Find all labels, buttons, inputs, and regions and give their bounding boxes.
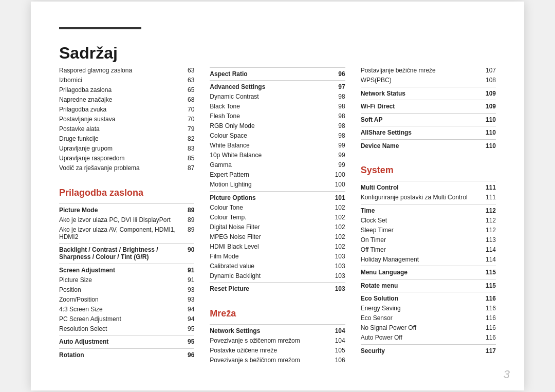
toc-page-num: 98 (330, 113, 345, 120)
toc-page-num: 96 (179, 351, 194, 359)
toc-page-num: 65 (179, 86, 194, 94)
toc-page-num: 102 (330, 233, 345, 240)
toc-label: RGB Only Mode (210, 122, 329, 129)
toc-label: HDMI Black Level (210, 243, 329, 250)
toc-entry: Screen Adjustment91 (59, 264, 194, 275)
toc-label: Rotate menu (361, 282, 480, 289)
toc-page-num: 103 (330, 263, 345, 270)
toc-page-num: 115 (480, 282, 496, 289)
toc-label: Network Status (361, 90, 480, 97)
toc-entry: Network Settings104 (210, 324, 345, 336)
toc-label: Picture Options (210, 194, 329, 201)
toc-page-num: 68 (179, 96, 194, 103)
toc-page-num: 104 (330, 337, 345, 344)
toc-page-num: 111 (480, 194, 496, 201)
toc-page-num: 115 (480, 269, 496, 276)
toc-entry: Black Tone98 (210, 102, 345, 111)
toc-label: Postavljanje bežične mreže (361, 67, 480, 74)
toc-label: Black Tone (210, 103, 329, 110)
toc-entry: Wi-Fi Direct109 (361, 100, 496, 111)
toc-page-num: 112 (480, 207, 496, 214)
toc-label: Eco Solution (361, 295, 480, 302)
toc-entry: Position93 (59, 285, 194, 294)
toc-entry: Expert Pattern100 (210, 170, 345, 180)
page-number: 3 (504, 368, 510, 381)
toc-label: Off Timer (361, 246, 480, 253)
toc-page-num: 95 (179, 325, 194, 332)
toc-page-num: 94 (179, 306, 194, 313)
toc-entry: Eco Solution116 (361, 292, 496, 304)
toc-entry: Colour Tone102 (210, 202, 345, 212)
toc-entry: On Timer113 (361, 235, 496, 245)
toc-page-num: 70 (179, 116, 194, 123)
toc-label: Digital Noise Filter (210, 223, 329, 231)
col3-top-entries: Postavljanje bežične mreže107WPS(PBC)108… (361, 66, 496, 151)
toc-page-num: 99 (330, 142, 345, 149)
toc-page-num: 93 (179, 296, 194, 303)
toc-page-num: 103 (330, 285, 345, 292)
toc-entry: Rotate menu115 (361, 279, 496, 291)
toc-label: Upravljanje grupom (59, 145, 179, 152)
toc-label: Time (361, 207, 480, 214)
toc-page-num: 116 (480, 305, 496, 312)
toc-entry: Off Timer114 (361, 245, 496, 254)
toc-entry: Ako je izvor ulaza PC, DVI ili DisplayPo… (59, 215, 194, 225)
toc-label: Postavke alata (59, 125, 179, 133)
toc-label: Device Name (361, 142, 480, 150)
toc-label: Network Settings (210, 327, 329, 334)
toc-page-num: 98 (330, 93, 345, 100)
toc-page-num: 107 (480, 67, 496, 74)
toc-entry: MPEG Noise Filter102 (210, 232, 345, 241)
toc-label: Konfiguriranje postavki za Multi Control (361, 194, 480, 201)
toc-label: Calibrated value (210, 263, 329, 270)
toc-page-num: 100 (330, 171, 345, 178)
col3-section-entries: Multi Control111Konfiguriranje postavki … (361, 181, 496, 356)
toc-entry: Eco Sensor116 (361, 313, 496, 323)
toc-label: Auto Adjustment (59, 338, 179, 345)
toc-label: Wi-Fi Direct (361, 103, 480, 110)
col2-section-entries: Network Settings104Povezivanje s ožičeno… (210, 324, 345, 365)
toc-label: Colour Space (210, 132, 329, 139)
toc-label: WPS(PBC) (361, 77, 480, 84)
toc-label: Menu Language (361, 269, 480, 276)
toc-entry: Prilagodba zvuka70 (59, 105, 194, 115)
toc-label: Zoom/Position (59, 296, 179, 303)
toc-entry: Druge funkcije82 (59, 134, 194, 144)
col1-section-heading: Prilagodba zaslona (59, 188, 194, 198)
toc-page-num: 96 (330, 70, 345, 78)
toc-entry: HDMI Black Level102 (210, 241, 345, 251)
toc-page-num: 103 (330, 272, 345, 279)
toc-page-num: 91 (179, 276, 194, 284)
toc-entry: Digital Noise Filter102 (210, 222, 345, 232)
toc-entry: Energy Saving116 (361, 304, 496, 313)
toc-label: Picture Mode (59, 207, 179, 214)
toc-page-num: 98 (330, 122, 345, 129)
toc-label: Resolution Select (59, 325, 179, 332)
toc-page-num: 116 (480, 295, 496, 302)
toc-entry: Motion Lighting100 (210, 180, 345, 190)
toc-page-num: 95 (179, 338, 194, 345)
toc-page-num: 106 (330, 357, 345, 364)
toc-page-num: 116 (480, 324, 496, 331)
toc-page-num: 70 (179, 106, 194, 113)
toc-entry: Multi Control111 (361, 181, 496, 193)
toc-page-num: 101 (330, 194, 345, 201)
toc-label: Dynamic Contrast (210, 93, 329, 100)
toc-label: MPEG Noise Filter (210, 233, 329, 240)
toc-entry: Postavke alata79 (59, 124, 194, 134)
toc-entry: Film Mode103 (210, 251, 345, 261)
toc-label: Film Mode (210, 253, 329, 260)
toc-entry: Flesh Tone98 (210, 111, 345, 121)
toc-page-num: 89 (179, 207, 194, 214)
toc-label: Advanced Settings (210, 83, 329, 90)
toc-page-num: 63 (179, 67, 194, 74)
toc-page-num: 111 (480, 184, 496, 191)
toc-label: Ako je izvor ulaza AV, Component, HDMI1,… (59, 226, 179, 240)
toc-label: Picture Size (59, 276, 179, 284)
toc-entry: Napredne značajke68 (59, 95, 194, 105)
toc-label: Prilagodba zaslona (59, 86, 179, 94)
toc-entry: Clock Set112 (361, 215, 496, 225)
toc-label: Postavke ožičene mreže (210, 347, 329, 354)
toc-page-num: 83 (179, 145, 194, 152)
toc-label: Reset Picture (210, 285, 329, 292)
